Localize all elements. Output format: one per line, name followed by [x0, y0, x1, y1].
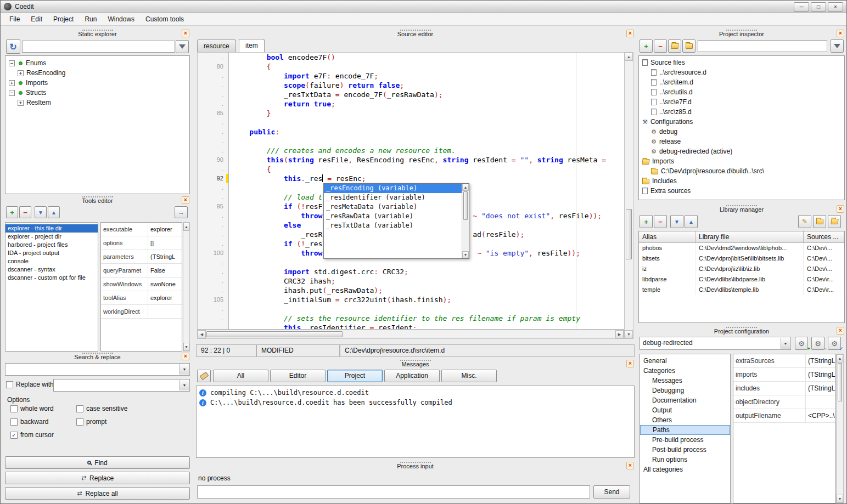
search-combo[interactable]: ▼ — [5, 363, 190, 376]
property-value[interactable]: (TStringL — [806, 371, 835, 378]
close-panel-icon[interactable]: × — [626, 462, 634, 469]
property-value[interactable]: <CPP>..\ — [806, 412, 835, 420]
library-row[interactable]: phobosC:\Dev\dmd2\windows\lib\phob...C:\… — [639, 243, 844, 253]
configuration-selector[interactable]: debug-redirected ▼ — [640, 337, 791, 350]
property-value[interactable]: False — [148, 267, 182, 274]
code-line[interactable]: // sets the resource identifier to the r… — [232, 314, 624, 323]
replace-all-button[interactable]: ⇄Replace all — [5, 487, 190, 500]
move-up-button[interactable]: ▲ — [685, 215, 698, 228]
scroll-up-icon[interactable]: ▲ — [183, 223, 189, 231]
panel-header[interactable]: Library manager × — [638, 205, 845, 214]
category-item-pre-build-process[interactable]: Pre-build process — [640, 435, 730, 445]
menu-custom-tools[interactable]: Custom tools — [140, 14, 189, 25]
code-line[interactable]: _initialSum = crc322uint(ihash.finish); — [232, 295, 624, 304]
property-row[interactable]: showWindowsswoNone — [101, 278, 182, 291]
replace-with-checkbox[interactable]: Replace with — [6, 381, 54, 388]
close-panel-icon[interactable]: × — [837, 205, 844, 213]
expand-icon[interactable]: + — [18, 70, 24, 76]
property-row[interactable]: imports(TStringL — [733, 368, 835, 382]
scroll-thumb[interactable] — [463, 191, 468, 220]
code-line[interactable] — [232, 137, 624, 146]
option-prompt[interactable]: prompt — [76, 418, 188, 426]
tree-item[interactable]: ..\src\e7F.d — [639, 97, 844, 107]
code-line[interactable]: import e7F: encode_7F; — [232, 71, 624, 81]
message-row[interactable]: iC:\...\build\resource.d.coedit has been… — [197, 398, 634, 407]
apply-tool-button[interactable]: → — [175, 206, 188, 218]
category-item-messages[interactable]: Messages — [640, 376, 730, 386]
dropdown-icon[interactable]: ▼ — [180, 380, 189, 390]
property-row[interactable]: options[] — [101, 236, 182, 250]
completion-item[interactable]: _resTxtData (variable) — [324, 221, 462, 230]
scroll-down-icon[interactable]: ▼ — [462, 251, 469, 258]
remove-source-button[interactable]: − — [654, 39, 667, 53]
menu-run[interactable]: Run — [79, 14, 102, 25]
completion-item[interactable]: _resRawData (variable) — [324, 212, 462, 221]
close-panel-icon[interactable]: × — [837, 327, 844, 335]
replace-combo[interactable]: ▼ — [53, 379, 190, 392]
library-row[interactable]: izC:\Dev\dproj\iz\lib\iz.libC:\Dev\... — [639, 264, 844, 274]
property-value[interactable]: explorer — [148, 226, 182, 233]
panel-header[interactable]: Messages × — [196, 359, 635, 369]
panel-header[interactable]: Tools editor × — [5, 196, 190, 205]
tools-scrollbar[interactable]: ▲ ▼ — [183, 222, 190, 352]
code-line[interactable]: ihash.put(_resRawData); — [232, 286, 624, 295]
open-folder-button[interactable] — [668, 39, 681, 53]
option-from-cursor[interactable]: ✓from cursor — [10, 431, 76, 439]
close-panel-icon[interactable]: × — [626, 360, 634, 367]
property-row[interactable]: parameters(TStringL — [101, 250, 182, 264]
panel-header[interactable]: Project inspector × — [638, 29, 845, 38]
menu-file[interactable]: File — [4, 14, 25, 25]
property-row[interactable]: workingDirect — [101, 305, 182, 319]
category-item-run-options[interactable]: Run options — [640, 455, 730, 465]
add-tool-button[interactable]: + — [6, 206, 18, 218]
tool-list-item[interactable]: dscanner - custom opt for file — [5, 274, 98, 282]
panel-header[interactable]: Process input × — [196, 461, 635, 471]
property-row[interactable]: includes(TStringL — [733, 382, 835, 395]
edit-library-button[interactable]: ✎ — [798, 215, 811, 228]
dropdown-icon[interactable]: ▼ — [781, 338, 790, 349]
option-whole-word[interactable]: whole word — [10, 405, 76, 412]
tool-list-item[interactable]: harbored - project files — [5, 241, 98, 249]
completion-item[interactable]: _resMetaData (variable) — [324, 202, 462, 212]
category-item-paths[interactable]: Paths — [640, 425, 730, 435]
tab-item[interactable]: item — [239, 39, 265, 52]
scroll-left-icon[interactable]: ◀ — [198, 330, 206, 338]
scroll-thumb[interactable] — [838, 363, 842, 401]
filter-button-project[interactable]: Project — [327, 370, 383, 382]
code-line[interactable]: this._res = resEnc; — [232, 174, 624, 183]
library-row[interactable]: templeC:\Dev\dlibs\temple.libC:\Dev\r... — [639, 285, 844, 295]
filter-button-all[interactable]: All — [213, 370, 268, 382]
code-line[interactable]: CRC32 ihash; — [232, 276, 624, 286]
tree-item[interactable]: Imports — [639, 156, 844, 166]
code-line[interactable]: this._resIdentifier = resIdent; — [232, 323, 624, 330]
completion-item[interactable]: _resEncoding (variable) — [324, 184, 462, 193]
close-panel-icon[interactable]: × — [182, 353, 189, 360]
code-line[interactable]: return true; — [232, 99, 624, 109]
tool-list-item[interactable]: console — [5, 257, 98, 265]
property-row[interactable]: queryParametFalse — [101, 264, 182, 278]
panel-header[interactable]: Search & replace × — [5, 352, 190, 361]
property-value[interactable]: (TStringL — [148, 253, 182, 260]
tree-item[interactable]: ..\src\resource.d — [639, 67, 844, 77]
tab-resource[interactable]: resource — [197, 39, 236, 52]
remove-configuration-button[interactable]: ⚙− — [811, 337, 824, 350]
scroll-down-icon[interactable]: ▼ — [837, 495, 843, 503]
filter-button[interactable] — [176, 40, 189, 53]
property-value[interactable]: (TStringL — [806, 384, 835, 392]
minimize-button[interactable]: ─ — [794, 2, 809, 12]
category-item-debugging[interactable]: Debugging — [640, 386, 730, 395]
category-item-documentation[interactable]: Documentation — [640, 395, 730, 405]
property-value[interactable]: explorer — [148, 295, 182, 301]
option-backward[interactable]: backward — [10, 418, 76, 426]
code-line[interactable] — [232, 304, 624, 314]
filter-button[interactable] — [831, 39, 844, 53]
property-row[interactable]: executableexplorer — [101, 223, 182, 236]
tree-item[interactable]: Extra sources — [639, 186, 844, 196]
tool-list-item[interactable]: IDA - project output — [5, 249, 98, 257]
category-item-others[interactable]: Others — [640, 415, 730, 425]
inspector-filter-input[interactable] — [698, 40, 827, 52]
filter-button-editor[interactable]: Editor — [270, 370, 326, 382]
panel-header[interactable]: Source editor × — [196, 29, 635, 38]
add-library-button[interactable]: + — [640, 215, 653, 228]
expand-icon[interactable]: + — [9, 80, 15, 86]
